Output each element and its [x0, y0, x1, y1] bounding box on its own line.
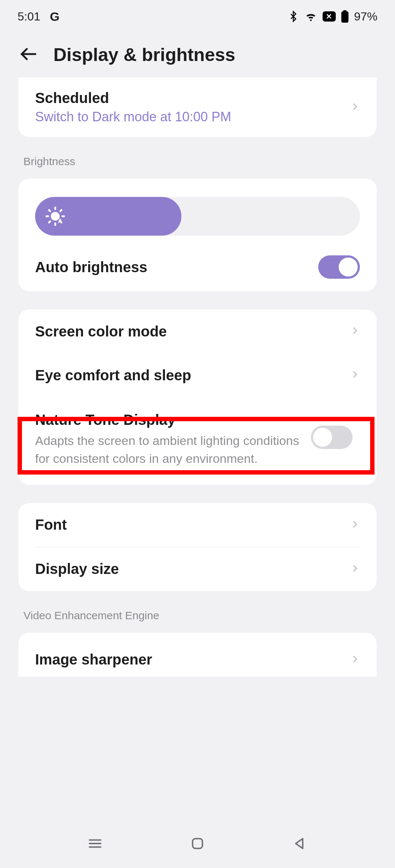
svg-line-8 [49, 210, 50, 211]
scheduled-title: Scheduled [35, 90, 341, 106]
text-size-card: Font Display size [18, 503, 377, 591]
back-nav-button[interactable] [291, 835, 308, 853]
wifi-icon [304, 10, 317, 23]
svg-rect-16 [193, 839, 203, 849]
brightness-slider[interactable]: A [35, 197, 360, 236]
auto-brightness-row[interactable]: Auto brightness [18, 243, 377, 291]
home-button[interactable] [189, 835, 206, 853]
screen-color-mode-row[interactable]: Screen color mode [18, 309, 377, 353]
auto-brightness-toggle[interactable] [318, 255, 360, 279]
font-label: Font [35, 517, 341, 533]
status-bar: 5:01 G ✕ 97% [0, 0, 395, 33]
chevron-right-icon [350, 102, 360, 113]
scheduled-subtitle: Switch to Dark mode at 10:00 PM [35, 109, 341, 125]
scheduled-card[interactable]: Scheduled Switch to Dark mode at 10:00 P… [18, 77, 377, 137]
chevron-right-icon [350, 519, 360, 531]
nature-tone-title: Nature Tone Display [35, 412, 302, 428]
svg-line-11 [60, 210, 61, 211]
brightness-auto-icon: A [45, 206, 66, 227]
video-enhancement-label: Video Enhancement Engine [18, 609, 377, 633]
recents-button[interactable] [87, 835, 104, 853]
video-enhancement-card: Image sharpener [18, 633, 377, 677]
auto-brightness-label: Auto brightness [35, 259, 309, 275]
status-time: 5:01 [18, 10, 40, 23]
notification-dismiss-icon: ✕ [323, 11, 336, 22]
display-size-label: Display size [35, 561, 341, 577]
image-sharpener-row[interactable]: Image sharpener [18, 633, 377, 677]
svg-line-10 [49, 221, 50, 222]
nature-tone-subtitle: Adapts the screen to ambient lighting co… [35, 432, 302, 468]
bluetooth-icon [287, 11, 299, 22]
display-options-card: Screen color mode Eye comfort and sleep … [18, 309, 377, 485]
chevron-right-icon [350, 654, 360, 666]
google-icon: G [50, 9, 59, 24]
font-row[interactable]: Font [18, 503, 377, 547]
battery-icon [341, 10, 349, 23]
nature-tone-row[interactable]: Nature Tone Display Adapts the screen to… [18, 397, 377, 485]
svg-rect-2 [342, 13, 347, 22]
page-title: Display & brightness [53, 44, 235, 65]
back-button[interactable] [18, 44, 39, 66]
eye-comfort-row[interactable]: Eye comfort and sleep [18, 353, 377, 397]
chevron-right-icon [350, 369, 360, 381]
chevron-right-icon [350, 563, 360, 575]
eye-comfort-label: Eye comfort and sleep [35, 367, 341, 384]
system-nav-bar [0, 821, 395, 868]
battery-percent: 97% [354, 10, 377, 23]
display-size-row[interactable]: Display size [18, 547, 377, 591]
svg-rect-1 [344, 11, 346, 12]
brightness-card: A Auto brightness [18, 179, 377, 291]
screen-color-mode-label: Screen color mode [35, 323, 341, 340]
chevron-right-icon [350, 326, 360, 337]
header: Display & brightness [0, 33, 395, 77]
image-sharpener-label: Image sharpener [35, 651, 341, 668]
nature-tone-toggle[interactable] [311, 426, 353, 449]
svg-text:A: A [58, 218, 62, 225]
brightness-section-label: Brightness [18, 155, 377, 179]
